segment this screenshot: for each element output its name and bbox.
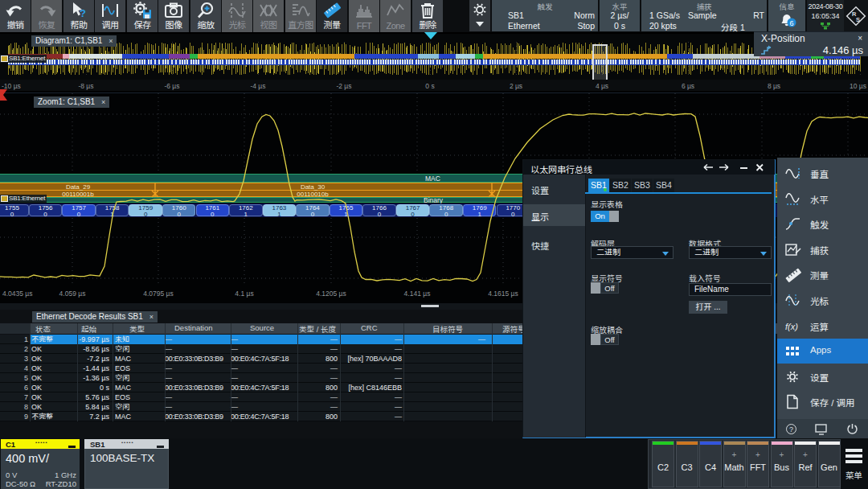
svg-text:S: S: [856, 16, 860, 23]
svg-text:6: 6: [789, 19, 793, 27]
svg-text:f(x): f(x): [785, 322, 798, 331]
